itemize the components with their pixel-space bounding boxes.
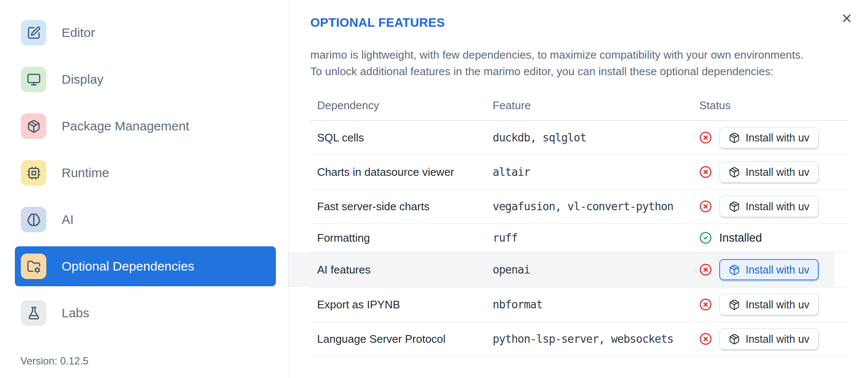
sidebar-item-label: AI (62, 212, 74, 227)
optional-features-panel: OPTIONAL FEATURES marimo is lightweight,… (289, 0, 868, 378)
status-missing-icon (699, 333, 712, 345)
feature-cell: nbformat (486, 298, 692, 311)
sidebar-item-label: Optional Dependencies (62, 259, 194, 274)
package-icon (21, 113, 46, 139)
table-row: Export as IPYNBnbformatInstall with uv (310, 288, 849, 322)
sidebar-item-label: Package Management (62, 119, 189, 133)
status-missing-icon (699, 263, 712, 276)
status-cell: Install with uv (692, 196, 849, 217)
sidebar-item-label: Labs (62, 306, 89, 320)
settings-dialog: EditorDisplayPackage ManagementRuntimeAI… (0, 0, 868, 378)
status-missing-icon (699, 200, 712, 213)
package-icon (729, 132, 740, 144)
install-with-uv-button[interactable]: Install with uv (719, 127, 819, 148)
table-body: SQL cellsduckdb, sqlglotInstall with uvC… (310, 121, 849, 356)
settings-sidebar: EditorDisplayPackage ManagementRuntimeAI… (0, 0, 289, 378)
page-title: OPTIONAL FEATURES (310, 15, 849, 30)
column-header-status: Status (692, 99, 849, 112)
dependency-cell: AI features (310, 263, 486, 276)
sidebar-item-label: Display (62, 72, 103, 87)
sidebar-item-optional-dependencies[interactable]: Optional Dependencies (15, 246, 276, 286)
brain-icon (21, 207, 46, 232)
status-cell: Install with uv (692, 328, 849, 350)
column-header-dependency: Dependency (310, 99, 486, 112)
dependency-cell: Fast server-side charts (310, 200, 486, 213)
package-icon (729, 166, 740, 178)
sidebar-item-editor[interactable]: Editor (15, 13, 276, 53)
installed-label: Installed (719, 231, 762, 245)
install-with-uv-button[interactable]: Install with uv (719, 294, 819, 315)
feature-cell: python-lsp-server, websockets (486, 333, 692, 345)
feature-cell: vegafusion, vl-convert-python (486, 200, 692, 213)
dependency-cell: SQL cells (310, 131, 486, 144)
package-icon (729, 201, 740, 212)
flask-icon (21, 300, 46, 326)
package-icon (729, 264, 740, 276)
feature-cell: openai (486, 263, 692, 276)
table-row: AI featuresopenaiInstall with uv (310, 252, 849, 288)
table-row: Fast server-side chartsvegafusion, vl-co… (310, 189, 849, 224)
dependencies-table: Dependency Feature Status SQL cellsduckd… (310, 91, 849, 356)
sidebar-item-display[interactable]: Display (15, 59, 276, 99)
install-button-label: Install with uv (746, 166, 809, 178)
cpu-icon (21, 160, 46, 186)
install-button-label: Install with uv (746, 333, 809, 345)
package-icon (729, 333, 740, 345)
install-with-uv-button[interactable]: Install with uv (719, 328, 819, 350)
status-missing-icon (699, 131, 712, 144)
install-button-label: Install with uv (746, 200, 809, 213)
dependency-cell: Formatting (310, 231, 486, 245)
version-label: Version: 0.12.5 (20, 355, 88, 367)
install-button-label: Install with uv (746, 264, 809, 276)
sidebar-item-runtime[interactable]: Runtime (15, 153, 276, 193)
close-button[interactable] (837, 9, 856, 28)
package-icon (729, 299, 740, 310)
status-cell: Install with uv (692, 294, 849, 315)
status-cell: Installed (692, 231, 849, 245)
table-row: Charts in datasource vieweraltairInstall… (310, 155, 849, 189)
feature-cell: duckdb, sqlglot (486, 131, 692, 144)
install-button-label: Install with uv (746, 299, 809, 311)
table-row: Language Server Protocolpython-lsp-serve… (310, 322, 849, 356)
feature-cell: altair (486, 166, 692, 178)
install-with-uv-button[interactable]: Install with uv (719, 161, 819, 183)
sidebar-item-labs[interactable]: Labs (15, 293, 276, 333)
close-icon (840, 12, 853, 26)
square-pen-icon (21, 20, 46, 45)
status-missing-icon (699, 298, 712, 311)
panel-description: marimo is lightweight, with few dependen… (310, 47, 816, 80)
sidebar-item-label: Runtime (62, 166, 109, 180)
dependency-cell: Export as IPYNB (310, 298, 486, 311)
status-cell: Install with uv (692, 259, 849, 280)
status-cell: Install with uv (692, 127, 849, 148)
dependency-cell: Language Server Protocol (310, 333, 486, 346)
sidebar-nav: EditorDisplayPackage ManagementRuntimeAI… (0, 0, 288, 333)
sidebar-item-ai[interactable]: AI (15, 200, 276, 240)
monitor-icon (21, 67, 46, 92)
feature-cell: ruff (486, 231, 692, 244)
sidebar-item-label: Editor (62, 25, 95, 40)
table-row: FormattingruffInstalled (310, 224, 849, 252)
dependency-cell: Charts in datasource viewer (310, 166, 486, 179)
install-with-uv-button[interactable]: Install with uv (719, 259, 819, 280)
folder-cog-icon (21, 254, 46, 279)
install-with-uv-button[interactable]: Install with uv (719, 196, 819, 217)
status-installed-icon (699, 231, 712, 244)
status-missing-icon (699, 166, 712, 178)
table-header-row: Dependency Feature Status (310, 91, 849, 121)
table-row: SQL cellsduckdb, sqlglotInstall with uv (310, 121, 849, 155)
install-button-label: Install with uv (746, 132, 809, 144)
sidebar-item-package-management[interactable]: Package Management (15, 106, 276, 146)
column-header-feature: Feature (486, 99, 692, 112)
status-cell: Install with uv (692, 161, 849, 183)
